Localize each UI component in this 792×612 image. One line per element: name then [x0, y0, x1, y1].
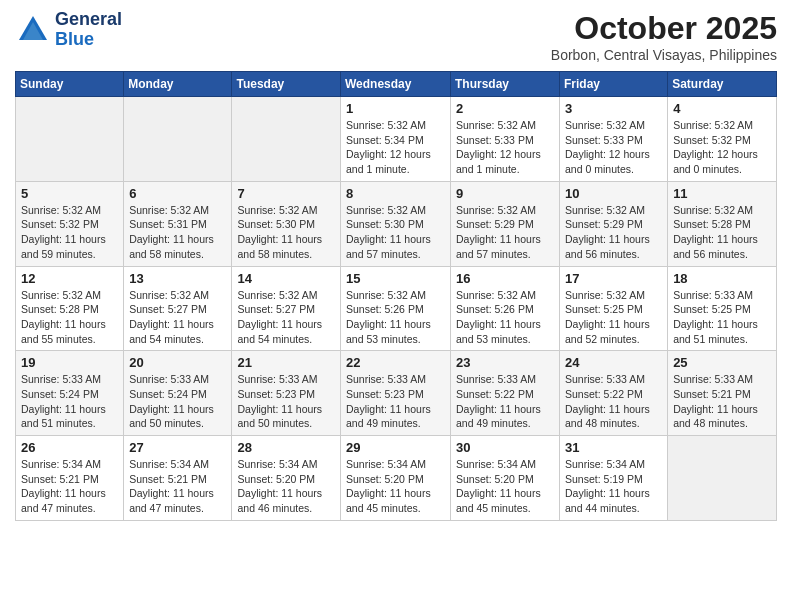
day-number: 29 — [346, 440, 445, 455]
col-saturday: Saturday — [668, 72, 777, 97]
calendar-cell: 21Sunrise: 5:33 AM Sunset: 5:23 PM Dayli… — [232, 351, 341, 436]
day-info: Sunrise: 5:32 AM Sunset: 5:32 PM Dayligh… — [21, 203, 118, 262]
logo-icon — [15, 12, 51, 48]
calendar-cell: 26Sunrise: 5:34 AM Sunset: 5:21 PM Dayli… — [16, 436, 124, 521]
title-block: October 2025 Borbon, Central Visayas, Ph… — [551, 10, 777, 63]
calendar-cell: 17Sunrise: 5:32 AM Sunset: 5:25 PM Dayli… — [560, 266, 668, 351]
calendar-cell — [124, 97, 232, 182]
calendar-header-row: Sunday Monday Tuesday Wednesday Thursday… — [16, 72, 777, 97]
calendar-cell: 22Sunrise: 5:33 AM Sunset: 5:23 PM Dayli… — [341, 351, 451, 436]
day-number: 20 — [129, 355, 226, 370]
day-number: 11 — [673, 186, 771, 201]
day-info: Sunrise: 5:32 AM Sunset: 5:29 PM Dayligh… — [565, 203, 662, 262]
calendar-cell: 18Sunrise: 5:33 AM Sunset: 5:25 PM Dayli… — [668, 266, 777, 351]
calendar-table: Sunday Monday Tuesday Wednesday Thursday… — [15, 71, 777, 521]
calendar-cell: 3Sunrise: 5:32 AM Sunset: 5:33 PM Daylig… — [560, 97, 668, 182]
calendar-cell: 31Sunrise: 5:34 AM Sunset: 5:19 PM Dayli… — [560, 436, 668, 521]
calendar-cell — [668, 436, 777, 521]
day-number: 16 — [456, 271, 554, 286]
calendar-cell: 25Sunrise: 5:33 AM Sunset: 5:21 PM Dayli… — [668, 351, 777, 436]
page-header: General Blue October 2025 Borbon, Centra… — [15, 10, 777, 63]
day-number: 28 — [237, 440, 335, 455]
col-thursday: Thursday — [451, 72, 560, 97]
day-info: Sunrise: 5:34 AM Sunset: 5:21 PM Dayligh… — [21, 457, 118, 516]
location-title: Borbon, Central Visayas, Philippines — [551, 47, 777, 63]
calendar-cell: 12Sunrise: 5:32 AM Sunset: 5:28 PM Dayli… — [16, 266, 124, 351]
day-number: 24 — [565, 355, 662, 370]
col-wednesday: Wednesday — [341, 72, 451, 97]
calendar-cell: 23Sunrise: 5:33 AM Sunset: 5:22 PM Dayli… — [451, 351, 560, 436]
logo-blue: Blue — [55, 29, 94, 49]
day-number: 3 — [565, 101, 662, 116]
day-info: Sunrise: 5:33 AM Sunset: 5:24 PM Dayligh… — [129, 372, 226, 431]
day-info: Sunrise: 5:32 AM Sunset: 5:31 PM Dayligh… — [129, 203, 226, 262]
col-friday: Friday — [560, 72, 668, 97]
calendar-cell — [232, 97, 341, 182]
day-number: 21 — [237, 355, 335, 370]
calendar-cell: 27Sunrise: 5:34 AM Sunset: 5:21 PM Dayli… — [124, 436, 232, 521]
day-info: Sunrise: 5:32 AM Sunset: 5:33 PM Dayligh… — [565, 118, 662, 177]
day-number: 6 — [129, 186, 226, 201]
calendar-cell: 29Sunrise: 5:34 AM Sunset: 5:20 PM Dayli… — [341, 436, 451, 521]
day-number: 13 — [129, 271, 226, 286]
day-number: 25 — [673, 355, 771, 370]
day-info: Sunrise: 5:33 AM Sunset: 5:23 PM Dayligh… — [237, 372, 335, 431]
calendar-cell: 13Sunrise: 5:32 AM Sunset: 5:27 PM Dayli… — [124, 266, 232, 351]
day-info: Sunrise: 5:34 AM Sunset: 5:20 PM Dayligh… — [237, 457, 335, 516]
day-number: 26 — [21, 440, 118, 455]
day-info: Sunrise: 5:34 AM Sunset: 5:20 PM Dayligh… — [346, 457, 445, 516]
day-number: 2 — [456, 101, 554, 116]
day-number: 1 — [346, 101, 445, 116]
calendar-week-2: 5Sunrise: 5:32 AM Sunset: 5:32 PM Daylig… — [16, 181, 777, 266]
day-info: Sunrise: 5:33 AM Sunset: 5:22 PM Dayligh… — [456, 372, 554, 431]
logo: General Blue — [15, 10, 122, 50]
calendar-cell: 14Sunrise: 5:32 AM Sunset: 5:27 PM Dayli… — [232, 266, 341, 351]
calendar-cell: 20Sunrise: 5:33 AM Sunset: 5:24 PM Dayli… — [124, 351, 232, 436]
month-title: October 2025 — [551, 10, 777, 47]
calendar-cell: 15Sunrise: 5:32 AM Sunset: 5:26 PM Dayli… — [341, 266, 451, 351]
logo-general: General — [55, 9, 122, 29]
day-info: Sunrise: 5:32 AM Sunset: 5:27 PM Dayligh… — [129, 288, 226, 347]
day-info: Sunrise: 5:32 AM Sunset: 5:29 PM Dayligh… — [456, 203, 554, 262]
day-info: Sunrise: 5:32 AM Sunset: 5:28 PM Dayligh… — [21, 288, 118, 347]
day-number: 12 — [21, 271, 118, 286]
day-info: Sunrise: 5:32 AM Sunset: 5:25 PM Dayligh… — [565, 288, 662, 347]
calendar-cell: 1Sunrise: 5:32 AM Sunset: 5:34 PM Daylig… — [341, 97, 451, 182]
day-info: Sunrise: 5:34 AM Sunset: 5:19 PM Dayligh… — [565, 457, 662, 516]
day-info: Sunrise: 5:33 AM Sunset: 5:21 PM Dayligh… — [673, 372, 771, 431]
day-info: Sunrise: 5:32 AM Sunset: 5:27 PM Dayligh… — [237, 288, 335, 347]
day-number: 10 — [565, 186, 662, 201]
calendar-cell: 9Sunrise: 5:32 AM Sunset: 5:29 PM Daylig… — [451, 181, 560, 266]
calendar-cell: 19Sunrise: 5:33 AM Sunset: 5:24 PM Dayli… — [16, 351, 124, 436]
col-monday: Monday — [124, 72, 232, 97]
day-number: 4 — [673, 101, 771, 116]
day-number: 30 — [456, 440, 554, 455]
day-number: 31 — [565, 440, 662, 455]
calendar-cell: 16Sunrise: 5:32 AM Sunset: 5:26 PM Dayli… — [451, 266, 560, 351]
day-info: Sunrise: 5:33 AM Sunset: 5:24 PM Dayligh… — [21, 372, 118, 431]
day-info: Sunrise: 5:34 AM Sunset: 5:20 PM Dayligh… — [456, 457, 554, 516]
day-number: 7 — [237, 186, 335, 201]
day-number: 5 — [21, 186, 118, 201]
day-info: Sunrise: 5:33 AM Sunset: 5:23 PM Dayligh… — [346, 372, 445, 431]
col-sunday: Sunday — [16, 72, 124, 97]
calendar-cell: 4Sunrise: 5:32 AM Sunset: 5:32 PM Daylig… — [668, 97, 777, 182]
calendar-cell: 8Sunrise: 5:32 AM Sunset: 5:30 PM Daylig… — [341, 181, 451, 266]
calendar-cell — [16, 97, 124, 182]
calendar-cell: 2Sunrise: 5:32 AM Sunset: 5:33 PM Daylig… — [451, 97, 560, 182]
day-number: 15 — [346, 271, 445, 286]
day-number: 22 — [346, 355, 445, 370]
day-number: 19 — [21, 355, 118, 370]
calendar-cell: 28Sunrise: 5:34 AM Sunset: 5:20 PM Dayli… — [232, 436, 341, 521]
day-info: Sunrise: 5:32 AM Sunset: 5:28 PM Dayligh… — [673, 203, 771, 262]
calendar-cell: 30Sunrise: 5:34 AM Sunset: 5:20 PM Dayli… — [451, 436, 560, 521]
day-number: 18 — [673, 271, 771, 286]
day-info: Sunrise: 5:33 AM Sunset: 5:25 PM Dayligh… — [673, 288, 771, 347]
logo-text: General Blue — [55, 10, 122, 50]
day-number: 14 — [237, 271, 335, 286]
calendar-cell: 6Sunrise: 5:32 AM Sunset: 5:31 PM Daylig… — [124, 181, 232, 266]
day-number: 9 — [456, 186, 554, 201]
day-info: Sunrise: 5:34 AM Sunset: 5:21 PM Dayligh… — [129, 457, 226, 516]
col-tuesday: Tuesday — [232, 72, 341, 97]
calendar-week-3: 12Sunrise: 5:32 AM Sunset: 5:28 PM Dayli… — [16, 266, 777, 351]
